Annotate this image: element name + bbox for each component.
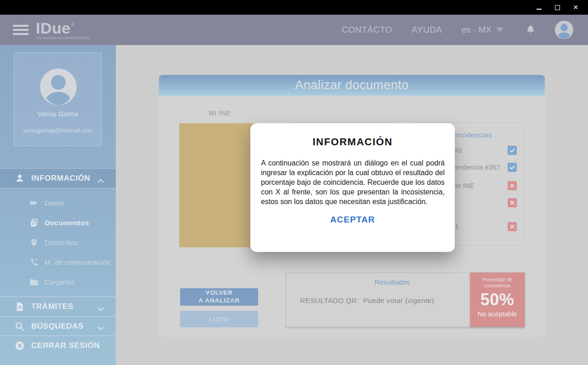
page-title: Analizar documento [295, 78, 409, 92]
minimize-button[interactable] [533, 1, 545, 13]
phone-icon [29, 258, 39, 267]
reanalyze-button[interactable]: VOLVER A ANALIZAR [180, 288, 258, 306]
app-logo[interactable]: IDue® DILIGENCE AUTHENTICATION [36, 20, 90, 40]
sidebar-item-label: Documentos [45, 219, 89, 227]
qr-result-value: Puede votar (vigente) [363, 297, 434, 304]
sidebar-section-tramites[interactable]: TRÁMITES [0, 297, 116, 316]
section-label: CERRAR SESIÓN [31, 341, 100, 350]
checkbox-mismatch[interactable] [508, 198, 517, 207]
sidebar-item-label: Domicilios [45, 239, 79, 247]
sidebar-section-busquedas[interactable]: BÚSQUEDAS [0, 316, 116, 336]
done-button[interactable]: LISTO [180, 311, 258, 327]
close-icon: ✕ [573, 4, 578, 11]
id-card-icon [29, 199, 39, 208]
sidebar-avatar [40, 68, 77, 105]
bell-icon [525, 24, 537, 36]
x-icon [509, 183, 515, 188]
reanalyze-label-line1: VOLVER [205, 289, 232, 296]
document-label: MI INE [209, 109, 231, 117]
maximize-icon [555, 5, 560, 10]
informacion-submenu: Datos Documentos Domicilios M. de comuni… [0, 193, 116, 292]
section-label: BÚSQUEDAS [31, 322, 84, 331]
sidebar-item-documentos[interactable]: Documentos [0, 213, 116, 233]
language-selector[interactable]: es - MX [462, 25, 503, 35]
window-titlebar: ✕ [0, 0, 588, 15]
sidebar-item-label: Datos [45, 199, 64, 207]
section-label: TRÁMITES [31, 302, 74, 311]
x-icon [509, 200, 515, 205]
sidebar-logout[interactable]: CERRAR SESIÓN [0, 336, 116, 355]
qr-result-label: RESULTADO QR: [300, 297, 359, 304]
chevron-down-icon [496, 28, 503, 32]
x-icon [509, 224, 515, 229]
information-dialog: INFORMACIÓN A continuación se mostrará u… [250, 123, 455, 252]
nav-contact-link[interactable]: CONTÁCTO [342, 25, 392, 35]
chevron-up-icon [97, 177, 104, 181]
check-icon [509, 165, 515, 171]
folder-icon [29, 278, 39, 287]
logout-x-icon [15, 341, 25, 351]
documents-icon [29, 218, 39, 228]
logo-brand: IDue [36, 19, 71, 37]
section-label: INFORMACIÓN [31, 174, 90, 183]
user-email: vaniagamag@hotmail.com [14, 127, 102, 134]
sidebar-section-informacion[interactable]: INFORMACIÓN [0, 168, 116, 188]
sidebar-item-datos[interactable]: Datos [0, 193, 116, 213]
sidebar: Vania Gama vaniagamag@hotmail.com INFORM… [0, 45, 116, 365]
results-panel: Resultados RESULTADO QR: Puede votar (vi… [286, 272, 525, 327]
maximize-button[interactable] [551, 1, 563, 13]
sidebar-item-label: M. de comunicación [45, 258, 110, 267]
map-pin-icon [29, 238, 39, 247]
nav-help-link[interactable]: AYUDA [412, 25, 442, 35]
chevron-down-icon [97, 324, 104, 328]
sidebar-item-label: Carpetas [45, 278, 74, 286]
sidebar-item-comunicacion[interactable]: M. de comunicación [0, 252, 116, 272]
user-name: Vania Gama [14, 110, 102, 118]
check-icon [509, 148, 515, 154]
registered-mark: ® [71, 23, 74, 27]
reanalyze-label-line2: A ANALIZAR [198, 297, 240, 304]
minimize-icon [537, 9, 542, 10]
checkbox-mismatch[interactable] [508, 222, 517, 231]
checkbox-mismatch[interactable] [508, 181, 517, 190]
avatar-icon [555, 21, 573, 39]
qr-result: RESULTADO QR: Puede votar (vigente) [300, 297, 434, 305]
match-percentage-box: Porcentaje de coincidencia 50% No acepta… [470, 273, 525, 327]
checkbox-checked[interactable] [508, 163, 517, 172]
dialog-body: A continuación se mostrará un diálogo en… [261, 158, 445, 206]
percentage-label: Porcentaje de coincidencia [470, 273, 525, 289]
user-card: Vania Gama vaniagamag@hotmail.com [14, 52, 102, 146]
close-button[interactable]: ✕ [570, 1, 582, 13]
person-icon [15, 173, 25, 183]
dialog-title: INFORMACIÓN [250, 136, 455, 148]
page-title-banner: Analizar documento [159, 75, 545, 96]
user-menu-button[interactable] [555, 21, 573, 39]
sidebar-item-carpetas[interactable]: Carpetas [0, 272, 116, 292]
checkbox-checked[interactable] [508, 146, 517, 155]
sidebar-item-domicilios[interactable]: Domicilios [0, 233, 116, 252]
search-icon [15, 321, 25, 331]
hamburger-menu-icon[interactable] [13, 25, 28, 35]
file-icon [15, 302, 25, 312]
percentage-value: 50% [470, 290, 525, 309]
avatar-icon [40, 68, 77, 105]
percentage-status: No aceptable [470, 310, 525, 318]
notifications-button[interactable] [525, 24, 537, 36]
results-title: Resultados [300, 278, 485, 286]
header-nav: CONTÁCTO AYUDA es - MX [342, 15, 503, 45]
accept-button[interactable]: ACEPTAR [330, 215, 375, 225]
language-value: es - MX [462, 25, 492, 35]
app-header: IDue® DILIGENCE AUTHENTICATION CONTÁCTO … [0, 15, 588, 45]
chevron-down-icon [97, 305, 104, 309]
logo-subtitle: DILIGENCE AUTHENTICATION [36, 37, 90, 40]
